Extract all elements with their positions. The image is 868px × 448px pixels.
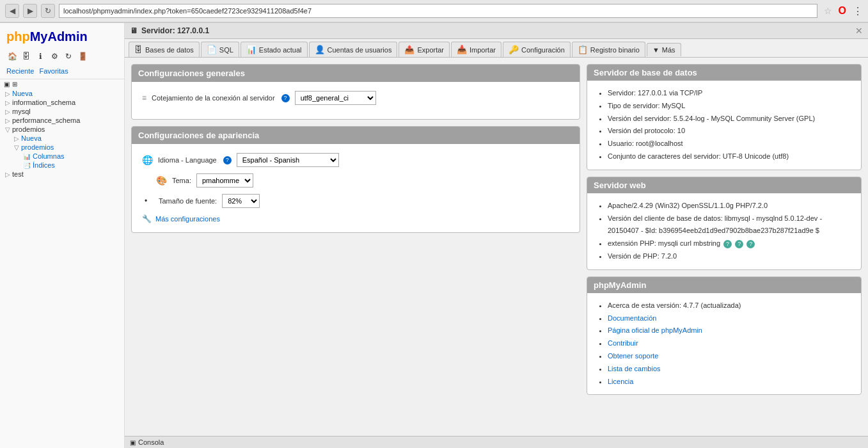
pma-official-link[interactable]: Página oficial de phpMyAdmin	[608, 326, 702, 334]
tree-icon-columnas: 📊	[23, 153, 31, 160]
exportar-icon: 📤	[404, 45, 414, 54]
tree-label-indices: Índices	[33, 161, 55, 169]
pma-docs-link[interactable]: Documentación	[608, 314, 656, 322]
logo-php: php	[6, 29, 30, 44]
language-select[interactable]: Español - Spanish English Français Deuts…	[237, 153, 339, 167]
db-server-header: Servidor de base de datos	[587, 65, 861, 81]
config-icon: 🔑	[509, 45, 519, 54]
tree-item-nueva1[interactable]: ▷ Nueva	[0, 89, 124, 98]
font-select[interactable]: 75% 82% 90% 100% 110%	[222, 194, 260, 208]
more-config-text[interactable]: Más configuraciones	[155, 215, 220, 223]
appearance-settings-title: Configuraciones de apariencia	[138, 131, 259, 140]
pma-item-contribute[interactable]: Contribuir	[608, 337, 852, 350]
curl-help-icon[interactable]: ?	[735, 240, 743, 248]
back-button[interactable]: ◀	[5, 4, 19, 18]
tab-cuentas-usuarios[interactable]: 👤 Cuentas de usuarios	[309, 42, 398, 57]
db-server-body: Servidor: 127.0.0.1 via TCP/IP Tipo de s…	[587, 81, 861, 170]
tree-item-nueva2[interactable]: ▷ Nueva	[0, 134, 124, 143]
database-icon[interactable]: 🗄	[20, 51, 32, 62]
bookmark-icon[interactable]: ☆	[824, 6, 832, 16]
web-server-list: Apache/2.4.29 (Win32) OpenSSL/1.1.0g PHP…	[596, 200, 852, 263]
db-server-list: Servidor: 127.0.0.1 via TCP/IP Tipo de s…	[596, 87, 852, 163]
close-panel-icon[interactable]: ✕	[855, 26, 863, 36]
language-row: 🌐 Idioma - Language ? Español - Spanish …	[142, 153, 569, 167]
settings-icon[interactable]: ⚙	[49, 51, 60, 62]
general-settings-body: ≡ Cotejamiento de la conexión al servido…	[132, 82, 580, 119]
tab-registro-binario[interactable]: 📋 Registro binario	[572, 42, 645, 57]
server-title: 🖥 Servidor: 127.0.0.1	[130, 26, 209, 35]
tree-arrow-nueva1: ▷	[5, 90, 10, 97]
bases-icon: 🗄	[134, 45, 143, 54]
db-server-item-4: Versión del protocolo: 10	[608, 125, 852, 138]
server-icon: 🖥	[130, 26, 138, 35]
db-server-item-3: Versión del servidor: 5.5.24-log - MySQL…	[608, 113, 852, 125]
home-icon[interactable]: 🏠	[6, 51, 18, 62]
db-server-item-1: Servidor: 127.0.0.1 via TCP/IP	[608, 87, 852, 100]
info-icon[interactable]: ℹ	[35, 51, 46, 62]
pma-item-official[interactable]: Página oficial de phpMyAdmin	[608, 324, 852, 337]
cuentas-icon: 👤	[315, 45, 325, 54]
tree-arrow-prodemios2: ▽	[14, 144, 19, 151]
logo: phpMyAdmin	[6, 29, 88, 44]
tree-item-prodemios[interactable]: ▽ prodemios	[0, 125, 124, 134]
pma-license-link[interactable]: Licencia	[608, 378, 633, 385]
collation-select[interactable]: utf8_general_ci utf8_unicode_ci latin1_s…	[295, 91, 376, 105]
tab-exportar-label: Exportar	[417, 46, 444, 54]
refresh-icon[interactable]: ↻	[63, 51, 74, 62]
tree-label-nueva2: Nueva	[21, 134, 42, 142]
tab-mas-label: Más	[662, 46, 675, 54]
db-server-title: Servidor de base de datos	[594, 68, 697, 77]
tree-label-columnas: Columnas	[33, 152, 65, 160]
tab-importar[interactable]: 📥 Importar	[451, 42, 501, 57]
web-server-item-2: Versión del cliente de base de datos: li…	[608, 212, 852, 238]
tree-arrow-prodemios: ▽	[5, 126, 10, 133]
favorites-link[interactable]: Favoritas	[39, 67, 68, 75]
address-bar[interactable]	[59, 4, 817, 18]
font-label: Tamaño de fuente:	[159, 197, 217, 205]
more-config-link[interactable]: 🔧 Más configuraciones	[142, 214, 569, 223]
mbstring-help-icon[interactable]: ?	[746, 240, 755, 248]
pma-contribute-link[interactable]: Contribuir	[608, 339, 638, 347]
tab-estado-actual[interactable]: 📊 Estado actual	[241, 42, 308, 57]
pma-changes-link[interactable]: Lista de cambios	[608, 365, 661, 372]
pma-item-support[interactable]: Obtener soporte	[608, 350, 852, 363]
tab-configuracion[interactable]: 🔑 Configuración	[503, 42, 571, 57]
tree-arrow-test: ▷	[5, 171, 10, 178]
collapse-toggle[interactable]: ▣ ⊞	[0, 79, 124, 89]
tab-bases-de-datos[interactable]: 🗄 Bases de datos	[129, 42, 200, 57]
recent-link[interactable]: Reciente	[6, 67, 34, 75]
tree-item-test[interactable]: ▷ test	[0, 170, 124, 179]
exit-icon[interactable]: 🚪	[77, 51, 88, 62]
browser-menu-icon[interactable]: ⋮	[853, 5, 863, 17]
forward-button[interactable]: ▶	[23, 4, 37, 18]
phpmyadmin-body: Acerca de esta versión: 4.7.7 (actualiza…	[587, 293, 861, 395]
tab-registro-label: Registro binario	[590, 46, 640, 54]
pma-item-license[interactable]: Licencia	[608, 376, 852, 388]
pma-support-link[interactable]: Obtener soporte	[608, 352, 659, 360]
main-content: Configuraciones generales ≡ Cotejamiento…	[125, 58, 868, 436]
pma-item-changes[interactable]: Lista de cambios	[608, 363, 852, 376]
tree-item-indices[interactable]: 📑 Índices	[0, 161, 124, 170]
collation-help-icon[interactable]: ?	[281, 94, 290, 102]
server-header: 🖥 Servidor: 127.0.0.1 ✕	[125, 23, 868, 39]
reload-button[interactable]: ↻	[41, 4, 55, 18]
mysqli-help-icon[interactable]: ?	[723, 240, 732, 248]
theme-select[interactable]: pmahomme original metro	[196, 173, 253, 188]
appearance-settings-header: Configuraciones de apariencia	[132, 127, 580, 144]
console-bar[interactable]: ▣ Consola	[125, 436, 868, 448]
appearance-settings-panel: Configuraciones de apariencia 🌐 Idioma -…	[131, 126, 580, 233]
web-server-item-3: extensión PHP: mysqli curl mbstring ? ? …	[608, 237, 852, 250]
tree-item-prodemios2[interactable]: ▽ prodemios	[0, 143, 124, 152]
tab-sql[interactable]: 📄 SQL	[201, 42, 239, 57]
web-server-item-1: Apache/2.4.29 (Win32) OpenSSL/1.1.0g PHP…	[608, 200, 852, 212]
tree-item-columnas[interactable]: 📊 Columnas	[0, 152, 124, 161]
tab-exportar[interactable]: 📤 Exportar	[398, 42, 450, 57]
opera-icon[interactable]: O	[839, 5, 846, 17]
language-help-icon[interactable]: ?	[223, 156, 232, 164]
tree-item-information-schema[interactable]: ▷ information_schema	[0, 98, 124, 107]
web-server-header: Servidor web	[587, 177, 861, 193]
tree-item-performance-schema[interactable]: ▷ performance_schema	[0, 116, 124, 125]
pma-item-docs[interactable]: Documentación	[608, 312, 852, 325]
tab-mas[interactable]: ▼ Más	[647, 43, 681, 56]
tree-item-mysql[interactable]: ▷ mysql	[0, 107, 124, 116]
